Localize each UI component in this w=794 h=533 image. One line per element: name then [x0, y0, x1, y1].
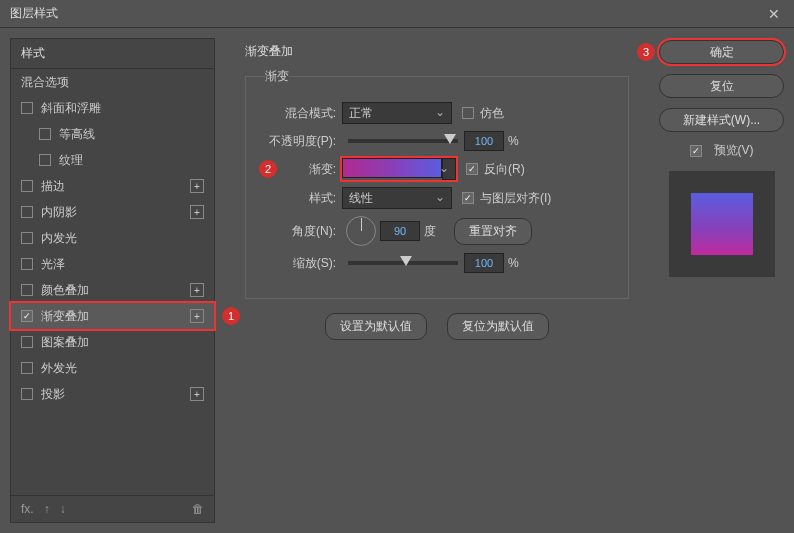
- gradient-dropdown-arrow[interactable]: [442, 158, 456, 180]
- trash-icon[interactable]: 🗑: [192, 502, 204, 516]
- add-effect-icon[interactable]: +: [190, 179, 204, 193]
- new-style-button[interactable]: 新建样式(W)...: [659, 108, 784, 132]
- style-item-5[interactable]: 内发光: [11, 225, 214, 251]
- align-checkbox[interactable]: [462, 192, 474, 204]
- sidebar: 样式 混合选项 斜面和浮雕等高线纹理描边+内阴影+内发光光泽颜色叠加+渐变叠加+…: [0, 28, 225, 533]
- settings-panel: 渐变叠加 渐变 混合模式: 正常 仿色 不透明度(P): % 2 渐变:: [225, 28, 649, 533]
- style-checkbox[interactable]: [21, 362, 33, 374]
- style-label: 图案叠加: [41, 334, 204, 351]
- set-default-button[interactable]: 设置为默认值: [325, 313, 427, 340]
- style-checkbox[interactable]: [21, 310, 33, 322]
- style-item-6[interactable]: 光泽: [11, 251, 214, 277]
- annotation-badge-2: 2: [259, 160, 277, 178]
- style-label: 描边: [41, 178, 190, 195]
- add-effect-icon[interactable]: +: [190, 309, 204, 323]
- style-dropdown[interactable]: 线性: [342, 187, 452, 209]
- style-checkbox[interactable]: [21, 180, 33, 192]
- style-checkbox[interactable]: [21, 102, 33, 114]
- angle-label: 角度(N):: [261, 223, 336, 240]
- reverse-checkbox[interactable]: [466, 163, 478, 175]
- style-item-2[interactable]: 纹理: [11, 147, 214, 173]
- style-checkbox[interactable]: [21, 284, 33, 296]
- style-item-9[interactable]: 图案叠加: [11, 329, 214, 355]
- style-label: 纹理: [59, 152, 204, 169]
- titlebar: 图层样式 ✕: [0, 0, 794, 28]
- style-label: 投影: [41, 386, 190, 403]
- styles-header[interactable]: 样式: [11, 39, 214, 69]
- style-item-10[interactable]: 外发光: [11, 355, 214, 381]
- style-item-11[interactable]: 投影+: [11, 381, 214, 407]
- align-label: 与图层对齐(I): [480, 190, 551, 207]
- style-label: 样式:: [261, 190, 336, 207]
- fx-icon[interactable]: fx.: [21, 502, 34, 516]
- style-label: 渐变叠加: [41, 308, 190, 325]
- style-item-1[interactable]: 等高线: [11, 121, 214, 147]
- blend-mode-dropdown[interactable]: 正常: [342, 102, 452, 124]
- style-checkbox[interactable]: [21, 206, 33, 218]
- add-effect-icon[interactable]: +: [190, 205, 204, 219]
- scale-input[interactable]: [464, 253, 504, 273]
- angle-dial[interactable]: [346, 216, 376, 246]
- style-item-4[interactable]: 内阴影+: [11, 199, 214, 225]
- up-icon[interactable]: ↑: [44, 502, 50, 516]
- style-label: 等高线: [59, 126, 204, 143]
- preview-gradient: [691, 193, 753, 255]
- preview-label: 预览(V): [714, 142, 754, 159]
- style-label: 内阴影: [41, 204, 190, 221]
- fieldset-legend: 渐变: [265, 68, 289, 85]
- opacity-label: 不透明度(P):: [261, 133, 336, 150]
- blend-mode-label: 混合模式:: [261, 105, 336, 122]
- style-checkbox[interactable]: [39, 128, 51, 140]
- scale-label: 缩放(S):: [261, 255, 336, 272]
- blend-options-item[interactable]: 混合选项: [11, 69, 214, 95]
- angle-input[interactable]: [380, 221, 420, 241]
- style-checkbox[interactable]: [21, 232, 33, 244]
- add-effect-icon[interactable]: +: [190, 387, 204, 401]
- annotation-badge-3: 3: [637, 43, 655, 61]
- scale-slider[interactable]: [348, 261, 458, 265]
- window-title: 图层样式: [10, 5, 58, 22]
- style-item-8[interactable]: 渐变叠加+1: [11, 303, 214, 329]
- style-label: 光泽: [41, 256, 204, 273]
- preview-box: [669, 171, 775, 277]
- style-checkbox[interactable]: [21, 258, 33, 270]
- style-label: 颜色叠加: [41, 282, 190, 299]
- sidebar-footer: fx. ↑ ↓ 🗑: [11, 495, 214, 522]
- right-column: 3 确定 复位 新建样式(W)... 预览(V): [649, 28, 794, 533]
- style-label: 外发光: [41, 360, 204, 377]
- style-item-0[interactable]: 斜面和浮雕: [11, 95, 214, 121]
- gradient-fieldset: 渐变 混合模式: 正常 仿色 不透明度(P): % 2 渐变:: [245, 68, 629, 299]
- down-icon[interactable]: ↓: [60, 502, 66, 516]
- style-checkbox[interactable]: [21, 336, 33, 348]
- reset-align-button[interactable]: 重置对齐: [454, 218, 532, 245]
- reset-default-button[interactable]: 复位为默认值: [447, 313, 549, 340]
- panel-title: 渐变叠加: [245, 43, 629, 60]
- style-item-7[interactable]: 颜色叠加+: [11, 277, 214, 303]
- preview-checkbox[interactable]: [690, 145, 702, 157]
- close-button[interactable]: ✕: [754, 0, 794, 28]
- dither-checkbox[interactable]: [462, 107, 474, 119]
- ok-button[interactable]: 确定: [659, 40, 784, 64]
- style-item-3[interactable]: 描边+: [11, 173, 214, 199]
- opacity-slider[interactable]: [348, 139, 458, 143]
- reverse-label: 反向(R): [484, 161, 525, 178]
- style-label: 内发光: [41, 230, 204, 247]
- cancel-button[interactable]: 复位: [659, 74, 784, 98]
- gradient-swatch[interactable]: [342, 158, 442, 178]
- opacity-input[interactable]: [464, 131, 504, 151]
- style-checkbox[interactable]: [21, 388, 33, 400]
- dither-label: 仿色: [480, 105, 504, 122]
- style-label: 斜面和浮雕: [41, 100, 204, 117]
- add-effect-icon[interactable]: +: [190, 283, 204, 297]
- style-checkbox[interactable]: [39, 154, 51, 166]
